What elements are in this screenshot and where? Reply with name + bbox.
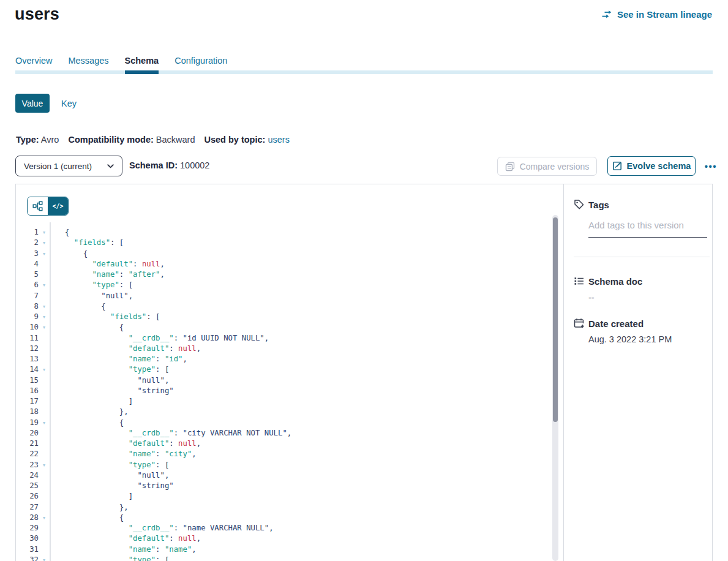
line-number: 12: [16, 344, 39, 354]
line-number: 22: [16, 449, 39, 459]
tree-view-button[interactable]: [28, 197, 48, 215]
tag-icon: [574, 199, 585, 210]
line-number: 25: [16, 481, 39, 491]
line-number: 19: [16, 418, 39, 428]
fold-spacer: [39, 333, 50, 344]
code-line: 1▾{: [16, 227, 549, 238]
code-text: {: [50, 227, 69, 238]
code-line: 15 "null",: [16, 375, 549, 386]
fold-spacer: [39, 502, 50, 513]
value-toggle-button[interactable]: Value: [15, 94, 50, 113]
fold-arrow-icon[interactable]: ▾: [39, 249, 50, 259]
compare-versions-button[interactable]: Compare versions: [497, 157, 597, 176]
code-line: 3▾ {: [16, 249, 549, 259]
topic-link[interactable]: users: [268, 135, 289, 145]
schema-sidebar: Tags Schema doc -- Date created Aug. 3 2…: [565, 184, 712, 561]
code-view-button[interactable]: </>: [48, 197, 68, 215]
code-text: },: [50, 502, 129, 513]
schema-doc-icon: [574, 276, 585, 287]
fold-spacer: [39, 470, 50, 481]
fold-arrow-icon[interactable]: ▾: [39, 301, 50, 312]
fold-arrow-icon[interactable]: ▾: [39, 322, 50, 333]
more-actions-button[interactable]: •••: [700, 156, 721, 176]
compare-versions-label: Compare versions: [520, 162, 590, 171]
code-text: ]: [50, 396, 133, 407]
code-line: 28▾ {: [16, 513, 549, 523]
code-line: 13 "name": "id",: [16, 354, 549, 364]
see-in-stream-lineage-link[interactable]: See in Stream lineage: [601, 9, 712, 20]
tab-track-bar: [15, 70, 713, 74]
code-text: "default": null,: [50, 259, 165, 269]
line-number: 32: [16, 555, 39, 561]
code-text: "type": [: [50, 364, 169, 375]
line-number: 7: [16, 291, 39, 301]
key-toggle-button[interactable]: Key: [61, 94, 77, 113]
version-select[interactable]: Version 1 (current): [15, 156, 122, 176]
schema-id-field: Schema ID: 100002: [129, 160, 209, 170]
line-number: 6: [16, 280, 39, 290]
fold-spacer: [39, 439, 50, 449]
line-number: 11: [16, 333, 39, 344]
stream-lineage-icon: [601, 10, 613, 19]
fold-arrow-icon[interactable]: ▾: [39, 312, 50, 322]
date-created-heading: Date created: [588, 318, 644, 329]
editor-scrollbar-thumb[interactable]: [553, 217, 558, 422]
compatibility-field: Compatibility mode: Backward: [68, 135, 195, 145]
code-line: 14▾ "type": [: [16, 364, 549, 375]
line-number: 8: [16, 301, 39, 312]
line-number: 5: [16, 269, 39, 280]
fold-spacer: [39, 375, 50, 386]
line-number: 18: [16, 407, 39, 417]
fold-arrow-icon[interactable]: ▾: [39, 513, 50, 523]
fold-arrow-icon[interactable]: ▾: [39, 227, 50, 238]
tab-schema[interactable]: Schema: [125, 56, 159, 74]
tags-input[interactable]: [588, 220, 707, 238]
code-view-icon: </>: [52, 203, 63, 209]
code-text: "name": "city",: [50, 449, 197, 459]
code-line: 6▾ "type": [: [16, 280, 549, 290]
fold-spacer: [39, 449, 50, 459]
line-number: 29: [16, 523, 39, 533]
type-field: Type: Avro: [16, 135, 59, 145]
fold-spacer: [39, 523, 50, 533]
fold-arrow-icon[interactable]: ▾: [39, 238, 50, 248]
page-title: users: [15, 5, 59, 24]
code-text: "null",: [50, 291, 133, 301]
line-number: 16: [16, 386, 39, 396]
code-text: "type": [: [50, 460, 169, 470]
code-line: 23▾ "type": [: [16, 460, 549, 470]
fold-arrow-icon[interactable]: ▾: [39, 418, 50, 428]
code-line: 30 "default": null,: [16, 533, 549, 544]
code-line: 29 "__crdb__": "name VARCHAR NULL",: [16, 523, 549, 533]
line-number: 30: [16, 533, 39, 544]
fold-arrow-icon[interactable]: ▾: [39, 364, 50, 375]
evolve-schema-button[interactable]: Evolve schema: [607, 156, 696, 176]
schema-panel: </> 1▾{2▾ "fields": [3▾ {4 "default": nu…: [15, 184, 713, 561]
line-number: 14: [16, 364, 39, 375]
line-number: 20: [16, 428, 39, 439]
code-text: "string": [50, 386, 174, 396]
code-text: "name": "name",: [50, 544, 197, 555]
code-line: 20 "__crdb__": "city VARCHAR NOT NULL",: [16, 428, 549, 439]
code-text: "null",: [50, 375, 169, 386]
fold-spacer: [39, 544, 50, 555]
code-line: 7 "null",: [16, 291, 549, 301]
code-text: {: [50, 418, 124, 428]
fold-arrow-icon[interactable]: ▾: [39, 280, 50, 290]
code-line: 11 "__crdb__": "id UUID NOT NULL",: [16, 333, 549, 344]
code-line: 16 "string": [16, 386, 549, 396]
tree-view-icon: [32, 201, 43, 211]
line-number: 27: [16, 502, 39, 513]
code-lines: 1▾{2▾ "fields": [3▾ {4 "default": null,5…: [16, 227, 549, 561]
fold-arrow-icon[interactable]: ▾: [39, 555, 50, 561]
code-text: "default": null,: [50, 439, 201, 449]
code-line: 32▾ "type": [: [16, 555, 549, 561]
fold-arrow-icon[interactable]: ▾: [39, 460, 50, 470]
line-number: 2: [16, 238, 39, 248]
line-number: 21: [16, 439, 39, 449]
fold-spacer: [39, 396, 50, 407]
line-number: 4: [16, 259, 39, 269]
code-line: 18 },: [16, 407, 549, 417]
code-text: "name": "id",: [50, 354, 187, 364]
code-text: {: [50, 249, 88, 259]
